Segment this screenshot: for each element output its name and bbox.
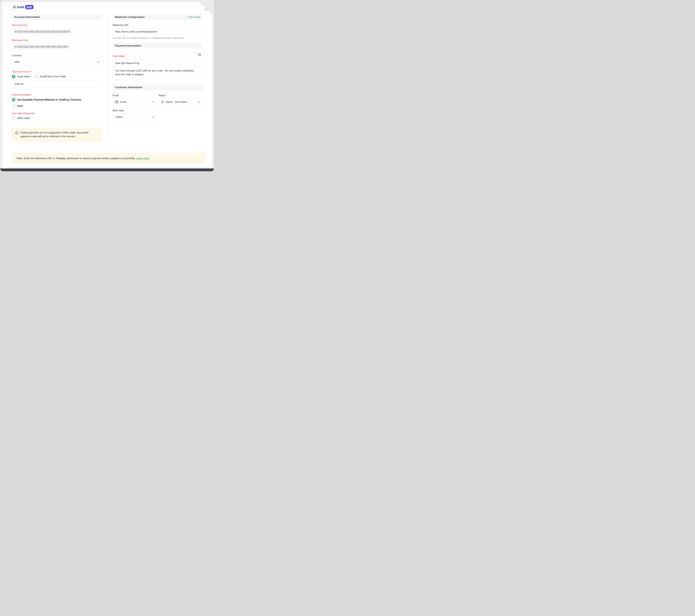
webhook-note-text: Note: Enter the Webhook URL in Totalpay … bbox=[17, 157, 135, 160]
method-card-radio[interactable]: Card bbox=[12, 104, 102, 107]
account-information-header: Account Information bbox=[12, 14, 102, 20]
dms-warning-box: Partial payments are not supported in DM… bbox=[12, 128, 102, 142]
name-field-group: Name Name - First Name bbox=[159, 90, 203, 105]
email-field-select[interactable]: Email bbox=[113, 99, 156, 105]
chevron-down-icon bbox=[198, 101, 200, 103]
webhook-note-bar: Note: Enter the Webhook URL in Totalpay … bbox=[13, 153, 205, 163]
description-textarea[interactable]: Dear ${zf:Name.First}, You were charged … bbox=[113, 59, 203, 80]
payment-amount-input[interactable] bbox=[12, 81, 102, 87]
autofill-radio[interactable]: Autofill from Form Field bbox=[35, 75, 66, 78]
birth-date-label: Birth Date bbox=[113, 109, 156, 112]
name-field-select[interactable]: Name - First Name bbox=[159, 99, 203, 105]
email-label: Email bbox=[113, 94, 156, 97]
webhook-url-label: Webhook URL bbox=[113, 24, 203, 27]
info-icon bbox=[15, 131, 18, 138]
chevron-down-icon bbox=[97, 61, 99, 63]
section-title: Webhook Configuration bbox=[115, 16, 145, 19]
birth-date-field-group: Birth Date -Select- bbox=[113, 109, 156, 120]
email-selected-value: Email bbox=[120, 101, 126, 104]
payment-amount-label: Payment Amount bbox=[12, 70, 102, 73]
two-step-payments-label: Two-Step Payments bbox=[12, 112, 102, 115]
radio-unselected-icon bbox=[12, 104, 15, 107]
email-name-row: Email Email Name bbox=[113, 90, 203, 105]
webhook-configuration-header: Webhook Configuration Learn more bbox=[113, 14, 203, 20]
page-background: total pay Account Information Merchant K… bbox=[0, 0, 214, 171]
note-learn-more-link[interactable]: Learn more bbox=[136, 157, 149, 160]
currency-select[interactable]: SAR bbox=[12, 59, 102, 65]
webhook-configuration-column: Webhook Configuration Learn more Webhook… bbox=[113, 14, 203, 142]
payment-method-options: Use Available Payment Methods in TotalPa… bbox=[12, 98, 102, 107]
dms-mode-checkbox[interactable]: DMS mode bbox=[12, 117, 102, 120]
totalpay-logo: total pay bbox=[9, 3, 38, 11]
radio-selected-icon bbox=[12, 75, 15, 78]
customer-information-header: Customer Information bbox=[113, 85, 203, 90]
section-title: Customer Information bbox=[115, 86, 142, 89]
section-title: Account Information bbox=[14, 16, 40, 19]
merchant-pass-input[interactable] bbox=[12, 43, 102, 50]
method-totalpay-checkout-radio[interactable]: Use Available Payment Methods in TotalPa… bbox=[12, 98, 102, 101]
payment-information-header: Payment Information bbox=[113, 43, 203, 49]
payment-method-label: Payment Method bbox=[12, 93, 102, 96]
payment-amount-options: Fixed Value Autofill from Form Field bbox=[12, 75, 102, 78]
merchant-key-input[interactable] bbox=[12, 28, 102, 35]
name-label: Name bbox=[159, 94, 203, 97]
section-title: Payment Information bbox=[115, 44, 141, 47]
merchant-pass-redacted-value bbox=[14, 46, 69, 48]
totalpay-config-dialog: total pay Account Information Merchant K… bbox=[2, 2, 212, 168]
logo-text-total: total bbox=[17, 5, 24, 9]
name-selected-value: Name - First Name bbox=[166, 101, 187, 104]
totalpay-logo-mark-icon bbox=[13, 6, 16, 8]
envelope-icon bbox=[115, 101, 118, 103]
fixed-value-radio-label: Fixed Value bbox=[17, 75, 30, 78]
birth-date-select[interactable]: -Select- bbox=[113, 114, 156, 120]
currency-selected-value: SAR bbox=[14, 60, 19, 64]
radio-selected-icon bbox=[12, 98, 15, 101]
method-card-label: Card bbox=[17, 104, 23, 107]
backdrop-bottom-strip bbox=[0, 169, 214, 171]
merchant-key-redacted-value bbox=[14, 31, 70, 33]
account-information-column: Account Information Merchant Key Merchan… bbox=[12, 14, 102, 142]
column-divider bbox=[107, 15, 107, 142]
close-icon[interactable] bbox=[204, 7, 208, 12]
person-icon bbox=[161, 101, 164, 104]
description-label: Description bbox=[113, 55, 125, 58]
webhook-help-text: Use this URL to configure webhook in Tot… bbox=[113, 37, 203, 39]
dms-warning-text: Partial payments are not supported in DM… bbox=[20, 131, 99, 138]
chevron-down-icon bbox=[152, 101, 154, 103]
insert-form-field-icon[interactable] bbox=[197, 52, 203, 58]
currency-label: Currency bbox=[12, 54, 102, 57]
merchant-key-label: Merchant Key bbox=[12, 24, 102, 27]
description-label-row: Description bbox=[113, 52, 203, 58]
dms-mode-label: DMS mode bbox=[17, 117, 30, 120]
webhook-url-input[interactable] bbox=[113, 28, 203, 35]
method-totalpay-checkout-label: Use Available Payment Methods in TotalPa… bbox=[17, 98, 81, 101]
chevron-down-icon bbox=[152, 117, 154, 118]
fixed-value-radio[interactable]: Fixed Value bbox=[12, 75, 30, 78]
webhook-learn-more-link[interactable]: Learn more bbox=[188, 16, 200, 18]
birth-date-selected-value: -Select- bbox=[115, 116, 123, 119]
merchant-pass-label: Merchant Pass bbox=[12, 39, 102, 42]
radio-unselected-icon bbox=[35, 75, 38, 78]
logo-text-pay: pay bbox=[25, 5, 33, 9]
email-field-group: Email Email bbox=[113, 90, 156, 105]
dialog-content: Account Information Merchant Key Merchan… bbox=[2, 2, 212, 142]
checkbox-unchecked-icon bbox=[12, 117, 15, 120]
autofill-radio-label: Autofill from Form Field bbox=[40, 75, 66, 78]
